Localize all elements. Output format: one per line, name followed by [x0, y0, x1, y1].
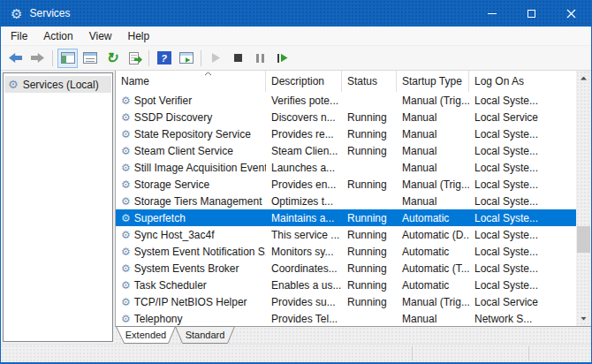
service-log-on-as-cell: Local Syste... [469, 262, 576, 275]
column-header-log-on-as[interactable]: Log On As [469, 71, 591, 92]
service-description-cell: Coordinates... [266, 262, 342, 275]
sidebar-item-label: Services (Local) [23, 79, 99, 91]
table-row[interactable]: ⚙Storage Tiers ManagementOptimizes t...M… [116, 193, 576, 209]
service-startup-type-cell: Automatic [397, 246, 469, 258]
service-status-cell: Running [342, 145, 397, 157]
help-icon[interactable] [154, 49, 174, 68]
service-gear-icon: ⚙ [121, 196, 131, 207]
service-status-cell: Running [342, 229, 397, 241]
service-status-cell: Running [342, 279, 397, 292]
service-status-cell: Running [342, 246, 397, 258]
table-row[interactable]: ⚙Sync Host_3ac4fThis service ...RunningA… [116, 226, 576, 243]
service-startup-type-cell: Manual [397, 313, 469, 325]
service-gear-icon: ⚙ [121, 95, 131, 106]
service-description-cell: Provides su... [266, 296, 342, 308]
sidebar-item-services-local[interactable]: ⚙ Services (Local) [4, 76, 111, 93]
service-description-cell: This service ... [266, 229, 342, 241]
table-row[interactable]: ⚙State Repository ServiceProvides re...R… [116, 125, 576, 142]
scroll-up-button[interactable] [576, 71, 591, 86]
vertical-scrollbar[interactable] [576, 71, 591, 326]
service-name-cell: ⚙Superfetch [116, 212, 266, 224]
column-header-name[interactable]: Name [116, 71, 266, 92]
service-name-cell: ⚙Sync Host_3ac4f [116, 229, 266, 241]
menu-action[interactable]: Action [35, 27, 80, 45]
services-grid: NameDescriptionStatusStartup TypeLog On … [115, 71, 591, 326]
service-log-on-as-cell: Local Syste... [469, 95, 576, 107]
maximize-button[interactable] [512, 0, 551, 27]
window-title: Services [29, 7, 70, 19]
service-description-cell: Steam Clien... [266, 145, 342, 157]
service-description-cell: Provides re... [266, 128, 342, 140]
table-row[interactable]: ⚙TCP/IP NetBIOS HelperProvides su...Runn… [116, 293, 576, 310]
toolbar-separator [148, 50, 149, 66]
service-log-on-as-cell: Local Syste... [469, 195, 576, 208]
table-row[interactable]: ⚙Task SchedulerEnables a us...RunningAut… [116, 277, 576, 293]
column-header-status[interactable]: Status [342, 71, 397, 92]
service-log-on-as-cell: Local Syste... [469, 162, 576, 174]
service-description-cell: Monitors sy... [266, 246, 342, 258]
service-log-on-as-cell: Local Syste... [469, 128, 576, 140]
show-action-pane-icon[interactable] [176, 49, 196, 68]
service-name-cell: ⚙Spot Verifier [116, 95, 266, 107]
scroll-down-icon [581, 317, 587, 321]
menu-view[interactable]: View [81, 27, 120, 45]
status-panel-main [1, 345, 412, 362]
table-row[interactable]: ⚙System Events BrokerCoordinates...Runni… [116, 260, 576, 277]
table-row[interactable]: ⚙Still Image Acquisition EventsLaunches … [116, 159, 576, 176]
tab-standard-label[interactable]: Standard [186, 330, 225, 340]
table-row[interactable]: ⚙Storage ServiceProvides en...RunningMan… [116, 176, 576, 193]
forward-icon[interactable] [27, 49, 48, 68]
minimize-button[interactable] [472, 0, 512, 27]
services-rows: ⚙Spot VerifierVerifies pote...Manual (Tr… [116, 92, 576, 326]
table-row[interactable]: ⚙SSDP DiscoveryDiscovers n...RunningManu… [116, 109, 576, 125]
refresh-icon[interactable] [102, 49, 122, 68]
table-row[interactable]: ⚙Steam Client ServiceSteam Clien...Runni… [116, 142, 576, 159]
service-log-on-as-cell: Local Service [469, 111, 576, 124]
show-console-tree-icon[interactable] [57, 49, 78, 68]
properties-icon[interactable] [80, 49, 100, 68]
service-name-cell: ⚙Telephony [116, 313, 266, 325]
service-log-on-as-cell: Network S... [469, 313, 576, 325]
back-icon[interactable] [5, 49, 26, 68]
column-header-row: NameDescriptionStatusStartup TypeLog On … [116, 71, 591, 92]
service-name-cell: ⚙TCP/IP NetBIOS Helper [116, 296, 266, 308]
service-gear-icon: ⚙ [121, 129, 131, 140]
sort-ascending-icon [204, 72, 212, 76]
menu-file[interactable]: File [3, 27, 35, 45]
service-gear-icon: ⚙ [121, 179, 131, 190]
stop-service-icon[interactable] [228, 49, 248, 68]
scroll-down-button[interactable] [576, 311, 591, 326]
service-startup-type-cell: Automatic [397, 212, 469, 224]
service-name-cell: ⚙System Event Notification S... [116, 246, 266, 258]
service-gear-icon: ⚙ [121, 297, 131, 307]
export-list-icon[interactable] [124, 49, 144, 68]
table-row[interactable]: ⚙SuperfetchMaintains a...RunningAutomati… [116, 209, 576, 226]
restart-service-icon[interactable] [272, 49, 292, 68]
close-button[interactable] [551, 0, 591, 27]
service-status-cell: Running [342, 111, 397, 124]
service-name-cell: ⚙Steam Client Service [116, 145, 266, 157]
console-tree-pane: ⚙ Services (Local) [1, 71, 115, 344]
menu-bar: FileActionViewHelp [1, 27, 591, 46]
service-description-cell: Discovers n... [266, 111, 342, 124]
service-startup-type-cell: Automatic (T... [397, 262, 469, 275]
table-row[interactable]: ⚙TelephonyProvides Tel...ManualNetwork S… [116, 310, 576, 326]
column-header-startup-type[interactable]: Startup Type [397, 71, 469, 92]
close-icon [566, 9, 576, 19]
service-name-cell: ⚙Storage Service [116, 178, 266, 191]
tab-extended-label[interactable]: Extended [125, 330, 166, 340]
service-status-cell: Running [342, 212, 397, 224]
service-name-cell: ⚙Still Image Acquisition Events [116, 162, 266, 174]
table-row[interactable]: ⚙System Event Notification S...Monitors … [116, 243, 576, 260]
table-row[interactable]: ⚙Spot VerifierVerifies pote...Manual (Tr… [116, 92, 576, 109]
service-gear-icon: ⚙ [121, 163, 131, 173]
start-service-icon[interactable] [206, 49, 226, 68]
service-status-cell: Running [342, 128, 397, 140]
menu-help[interactable]: Help [120, 27, 158, 45]
service-name-cell: ⚙Task Scheduler [116, 279, 266, 292]
service-startup-type-cell: Manual [397, 111, 469, 124]
column-header-description[interactable]: Description [266, 71, 342, 92]
console-tree-box: ⚙ Services (Local) [3, 72, 113, 342]
scrollbar-thumb[interactable] [577, 226, 590, 253]
pause-service-icon[interactable] [250, 49, 270, 68]
